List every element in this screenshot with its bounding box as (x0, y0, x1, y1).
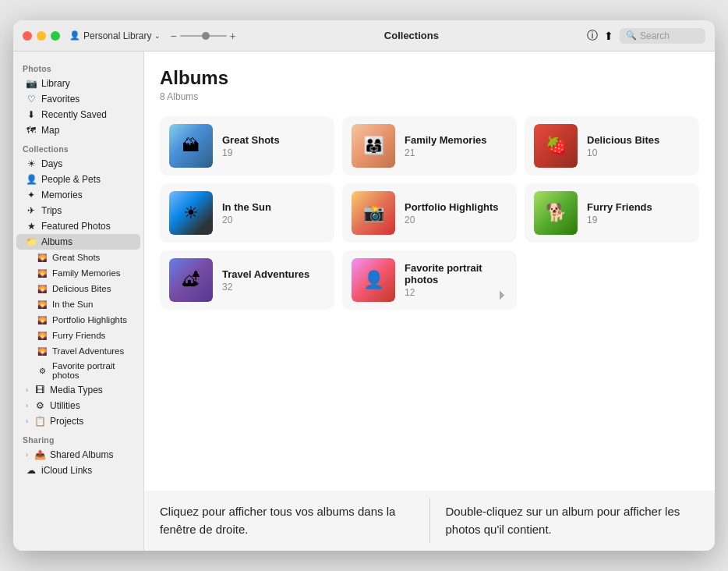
trips-icon: ✈ (26, 205, 37, 216)
album-info-portrait: Favorite portrait photos 12 (405, 262, 507, 298)
album-name-great-shots: Great Shots (222, 134, 325, 146)
sidebar-item-featured-photos[interactable]: ★ Featured Photos (16, 218, 140, 234)
album-card-portrait[interactable]: 👤 Favorite portrait photos 12 ⏵ (342, 250, 517, 310)
zoom-control: − + (170, 30, 235, 42)
memories-icon: ✦ (26, 190, 37, 200)
sidebar-item-furry-friends[interactable]: 🌄 Furry Friends (16, 328, 140, 343)
sidebar-item-shared-albums[interactable]: › 📤 Shared Albums (16, 447, 140, 463)
sidebar-item-memories[interactable]: ✦ Memories (16, 187, 140, 203)
titlebar-actions: ⓘ ⬆ 🔍 Search (587, 28, 705, 44)
icloud-icon: ☁ (26, 465, 37, 476)
album-name-in-the-sun: In the Sun (222, 201, 325, 213)
sidebar-item-great-shots[interactable]: 🌄 Great Shots (16, 250, 140, 265)
family-memories-sub-icon: 🌄 (37, 268, 48, 278)
sidebar-label-media-types: Media Types (50, 385, 103, 395)
sidebar-item-portrait[interactable]: ⚙ Favorite portrait photos (16, 359, 140, 382)
album-card-family-memories[interactable]: 👨‍👩‍👧 Family Memories 21 (342, 116, 517, 176)
sidebar-item-delicious-bites[interactable]: 🌄 Delicious Bites (16, 281, 140, 296)
zoom-plus-icon[interactable]: + (230, 30, 236, 42)
album-info-family-memories: Family Memories 21 (405, 134, 507, 158)
sidebar-label-albums: Albums (41, 236, 72, 247)
library-icon: 📷 (26, 78, 37, 89)
sidebar-item-days[interactable]: ☀ Days (16, 156, 140, 172)
utilities-icon: ⚙ (34, 400, 45, 411)
sidebar-label-trips: Trips (41, 205, 62, 216)
zoom-minus-icon[interactable]: − (170, 30, 176, 42)
sidebar-item-recently-saved[interactable]: ⬇ Recently Saved (16, 107, 140, 122)
titlebar: 👤 Personal Library ⌄ − + Collections ⓘ ⬆… (13, 20, 715, 51)
album-card-great-shots[interactable]: 🏔 Great Shots 19 (160, 116, 334, 176)
album-card-travel[interactable]: 🏕 Travel Adventures 32 (160, 250, 334, 310)
sidebar-item-favorites[interactable]: ♡ Favorites (16, 91, 140, 107)
library-label: Personal Library (83, 30, 151, 41)
search-icon: 🔍 (626, 30, 637, 41)
sidebar-item-trips[interactable]: ✈ Trips (16, 203, 140, 218)
album-thumb-in-the-sun: ☀ (169, 191, 213, 235)
delicious-bites-sub-icon: 🌄 (37, 283, 48, 294)
annotation-left: Cliquez pour afficher tous vos albums da… (144, 491, 429, 551)
sidebar-label-projects: Projects (50, 416, 83, 427)
sidebar-item-projects[interactable]: › 📋 Projects (16, 413, 140, 429)
album-count-family-memories: 21 (405, 147, 507, 158)
close-button[interactable] (23, 31, 32, 41)
sidebar-label-utilities: Utilities (50, 400, 80, 411)
maximize-button[interactable] (51, 31, 60, 41)
annotation-row: Cliquez pour afficher tous vos albums da… (144, 491, 715, 551)
search-bar[interactable]: 🔍 Search (620, 28, 705, 44)
sidebar-label-in-the-sun: In the Sun (52, 300, 93, 309)
map-icon: 🗺 (26, 125, 37, 136)
album-card-portfolio[interactable]: 📸 Portfolio Highlights 20 (342, 183, 517, 243)
sidebar-label-favorites: Favorites (41, 94, 80, 105)
sidebar-item-in-the-sun[interactable]: 🌄 In the Sun (16, 296, 140, 312)
sidebar-item-portfolio[interactable]: 🌄 Portfolio Highlights (16, 312, 140, 328)
main-window: 👤 Personal Library ⌄ − + Collections ⓘ ⬆… (13, 20, 715, 551)
annotation-right-text: Double-cliquez sur un album pour affiche… (446, 505, 680, 536)
sidebar-item-family-memories[interactable]: 🌄 Family Memories (16, 265, 140, 281)
album-count-travel: 32 (222, 282, 325, 293)
album-info-travel: Travel Adventures 32 (222, 268, 325, 293)
album-thumb-portfolio: 📸 (352, 191, 395, 235)
sidebar-section-collections: Collections (13, 138, 143, 156)
sidebar-label-memories: Memories (41, 190, 83, 200)
sidebar-item-icloud-links[interactable]: ☁ iCloud Links (16, 463, 140, 478)
albums-icon: 📁 (26, 236, 37, 247)
traffic-lights (23, 31, 60, 41)
sidebar-label-furry-friends: Furry Friends (52, 331, 105, 340)
library-selector[interactable]: 👤 Personal Library ⌄ (69, 30, 161, 41)
album-thumb-family-memories: 👨‍👩‍👧 (352, 124, 395, 168)
album-card-in-the-sun[interactable]: ☀ In the Sun 20 (160, 183, 334, 243)
great-shots-sub-icon: 🌄 (37, 252, 48, 263)
sidebar-item-map[interactable]: 🗺 Map (16, 122, 140, 138)
album-thumb-great-shots: 🏔 (169, 124, 213, 168)
sidebar-label-featured: Featured Photos (41, 221, 111, 232)
annotation-left-text: Cliquez pour afficher tous vos albums da… (160, 505, 395, 536)
album-count-delicious-bites: 10 (587, 147, 690, 158)
album-name-delicious-bites: Delicious Bites (587, 134, 690, 146)
media-types-icon: 🎞 (34, 385, 45, 395)
sidebar-label-delicious-bites: Delicious Bites (52, 284, 111, 293)
sidebar-item-media-types[interactable]: › 🎞 Media Types (16, 382, 140, 398)
sidebar-label-recently-saved: Recently Saved (41, 109, 107, 120)
info-icon[interactable]: ⓘ (587, 29, 598, 43)
furry-friends-sub-icon: 🌄 (37, 330, 48, 341)
album-count-in-the-sun: 20 (222, 215, 325, 225)
featured-icon: ★ (26, 221, 37, 232)
minimize-button[interactable] (37, 31, 46, 41)
annotation-right: Double-cliquez sur un album pour affiche… (430, 491, 716, 551)
sidebar-item-travel[interactable]: 🌄 Travel Adventures (16, 343, 140, 359)
recently-saved-icon: ⬇ (26, 109, 37, 120)
album-card-furry-friends[interactable]: 🐕 Furry Friends 19 (525, 183, 699, 243)
sidebar-label-travel: Travel Adventures (52, 346, 124, 356)
utilities-arrow: › (26, 402, 28, 410)
sidebar-item-utilities[interactable]: › ⚙ Utilities (16, 398, 140, 413)
play-icon[interactable]: ⏵ (497, 288, 509, 302)
sidebar-item-people-pets[interactable]: 👤 People & Pets (16, 172, 140, 187)
sidebar-item-albums[interactable]: 📁 Albums (16, 234, 140, 250)
share-icon[interactable]: ⬆ (604, 30, 613, 42)
favorites-icon: ♡ (26, 94, 37, 105)
empty-cell (525, 250, 699, 310)
days-icon: ☀ (26, 158, 37, 169)
album-card-delicious-bites[interactable]: 🍓 Delicious Bites 10 (525, 116, 699, 176)
sidebar-item-library[interactable]: 📷 Library (16, 76, 140, 91)
sidebar-section-sharing: Sharing (13, 429, 143, 447)
